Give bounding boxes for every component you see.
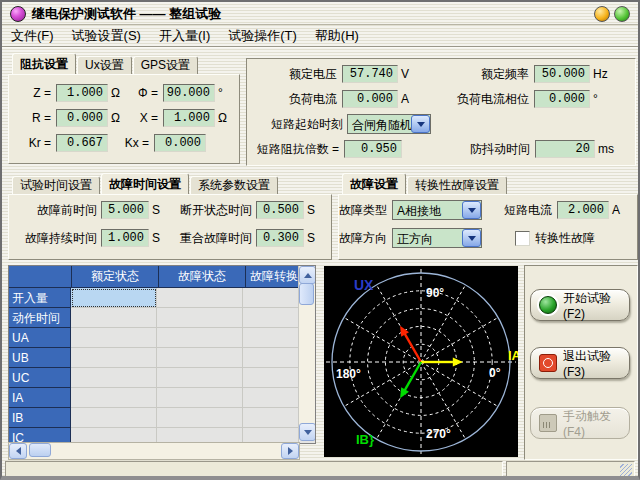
row-header[interactable]: UC [9, 368, 71, 388]
fault-direction-dropdown[interactable]: 正方向 [392, 228, 482, 248]
ux-label: UX [354, 277, 374, 293]
pre-fault-label: 故障前时间 [9, 202, 97, 219]
close-button[interactable] [614, 6, 630, 22]
menu-binary-input[interactable]: 开入量(I) [150, 25, 219, 47]
sc-start-dropdown[interactable]: 合闸角随机 [347, 114, 431, 134]
sc-multiple-field[interactable]: 0.950 [344, 140, 402, 158]
exit-test-button[interactable]: 退出试验(F3) [530, 347, 630, 379]
time-tabs: 试验时间设置 故障时间设置 系统参数设置 [12, 174, 279, 195]
horizontal-scroll-thumb[interactable] [29, 443, 51, 457]
minimize-button[interactable] [594, 6, 610, 22]
tab-system-params[interactable]: 系统参数设置 [190, 176, 278, 195]
fault-type-value: A相接地 [393, 201, 462, 219]
source-panel: 额定电压 57.740 V 额定频率 50.000 Hz 负荷电流 0.000 … [246, 58, 636, 166]
load-current-field[interactable]: 0.000 [342, 90, 398, 108]
kx-field[interactable]: 0.000 [154, 134, 206, 152]
scroll-up-button[interactable] [299, 266, 316, 284]
app-icon [10, 6, 26, 22]
table-cell[interactable] [71, 348, 157, 368]
table-cell[interactable] [243, 408, 299, 428]
pre-fault-field[interactable]: 5.000 [101, 201, 149, 219]
table-horizontal-scrollbar[interactable] [8, 442, 300, 460]
table-cell[interactable] [157, 368, 243, 388]
fault-type-dropdown[interactable]: A相接地 [392, 200, 482, 220]
scroll-track[interactable] [51, 443, 281, 459]
tab-test-time[interactable]: 试验时间设置 [12, 176, 100, 195]
rated-freq-field[interactable]: 50.000 [534, 65, 590, 83]
row-header[interactable]: 动作时间 [9, 308, 71, 328]
convert-fault-checkbox[interactable] [515, 231, 530, 246]
table-cell[interactable] [243, 388, 299, 408]
open-state-field[interactable]: 0.500 [256, 201, 304, 219]
menu-file[interactable]: 文件(F) [2, 25, 63, 47]
vertical-scroll-thumb[interactable] [299, 283, 314, 305]
tab-ux-settings[interactable]: Ux设置 [77, 56, 132, 75]
table-cell[interactable] [243, 328, 299, 348]
window-title: 继电保护测试软件 —— 整组试验 [32, 5, 221, 23]
convert-fault-label: 转换性故障 [535, 230, 595, 247]
menu-test-operation[interactable]: 试验操作(T) [219, 25, 306, 47]
debounce-field[interactable]: 20 [535, 140, 595, 158]
row-header[interactable]: UB [9, 348, 71, 368]
row-header[interactable]: 开入量 [9, 288, 71, 308]
result-table: 额定状态 故障状态 故障转换 开入量 动作时间 UA UB UC IA IB I… [8, 265, 316, 444]
scroll-left-button[interactable] [9, 443, 27, 459]
table-cell[interactable] [157, 328, 243, 348]
load-phase-field[interactable]: 0.000 [534, 90, 590, 108]
column-header-fault[interactable]: 故障状态 [159, 266, 246, 288]
table-cell-selected[interactable] [71, 288, 157, 308]
table-cell[interactable] [243, 368, 299, 388]
sc-current-field[interactable]: 2.000 [557, 201, 609, 219]
table-cell[interactable] [243, 308, 299, 328]
tab-gps-settings[interactable]: GPS设置 [133, 56, 198, 75]
tab-fault-settings[interactable]: 故障设置 [342, 173, 406, 195]
x-field[interactable]: 1.000 [163, 109, 215, 127]
menu-help[interactable]: 帮助(H) [306, 25, 368, 47]
start-test-button[interactable]: 开始试验(F2) [530, 289, 630, 321]
table-cell[interactable] [71, 408, 157, 428]
tab-convert-fault-settings[interactable]: 转换性故障设置 [407, 176, 507, 195]
table-cell[interactable] [157, 288, 243, 308]
phasor-diagram: UX 90° 180° 0° 270° IA IB} [324, 266, 518, 457]
table-cell[interactable] [157, 408, 243, 428]
row-header[interactable]: IB [9, 408, 71, 428]
kr-field[interactable]: 0.667 [56, 134, 108, 152]
rated-voltage-field[interactable]: 57.740 [342, 65, 398, 83]
scroll-down-button[interactable] [299, 423, 316, 441]
phi-field[interactable]: 90.000 [163, 84, 215, 102]
table-cell[interactable] [157, 348, 243, 368]
row-header[interactable]: IA [9, 388, 71, 408]
scroll-right-button[interactable] [281, 443, 299, 459]
row-header[interactable]: UA [9, 328, 71, 348]
table-vertical-scrollbar[interactable] [298, 266, 315, 441]
table-cell[interactable] [71, 388, 157, 408]
table-row: UA [9, 328, 315, 348]
table-row: IA [9, 388, 315, 408]
menu-test-settings[interactable]: 试验设置(S) [63, 25, 150, 47]
sc-start-label: 短路起始时刻 [247, 116, 343, 133]
table-cell[interactable] [243, 348, 299, 368]
sc-start-value: 合闸角随机 [348, 115, 411, 133]
tab-fault-time[interactable]: 故障时间设置 [101, 173, 189, 195]
table-cell[interactable] [243, 288, 299, 308]
table-cell[interactable] [71, 328, 157, 348]
column-header-rated[interactable]: 额定状态 [72, 266, 159, 288]
z-field[interactable]: 1.000 [56, 84, 108, 102]
fault-duration-field[interactable]: 1.000 [101, 229, 149, 247]
table-cell[interactable] [157, 388, 243, 408]
r-field[interactable]: 0.000 [56, 109, 108, 127]
tab-impedance-settings[interactable]: 阻抗设置 [12, 53, 76, 75]
time-panel: 故障前时间 5.000 S 断开状态时间 0.500 S 故障持续时间 1.00… [8, 194, 332, 260]
column-header-convert[interactable]: 故障转换 [246, 266, 303, 288]
chevron-down-icon[interactable] [411, 115, 430, 133]
sc-current-unit: A [612, 203, 620, 217]
table-cell[interactable] [71, 368, 157, 388]
chevron-down-icon[interactable] [462, 201, 481, 219]
table-cell[interactable] [157, 308, 243, 328]
resize-grip-icon[interactable] [620, 464, 632, 476]
table-corner [9, 266, 72, 288]
table-cell[interactable] [71, 308, 157, 328]
fault-duration-label: 故障持续时间 [9, 230, 97, 247]
reclose-fault-field[interactable]: 0.300 [256, 229, 304, 247]
chevron-down-icon[interactable] [462, 229, 481, 247]
